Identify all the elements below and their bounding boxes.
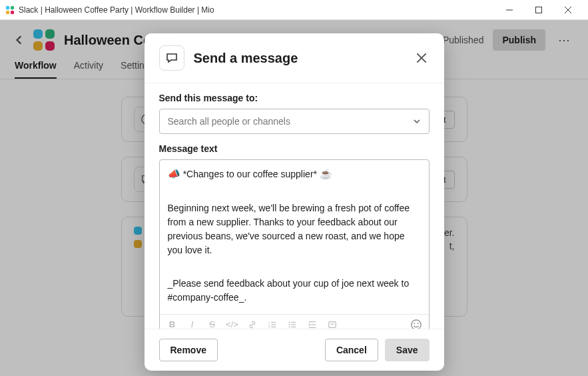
code-button[interactable]: </> [226,319,238,330]
strike-button[interactable]: S [206,319,218,330]
svg-rect-1 [11,5,14,9]
message-icon [159,45,184,71]
link-button[interactable] [246,319,258,330]
modal-body: Send this message to: Search all people … [145,83,444,329]
recipient-placeholder: Search all people or channels [168,116,290,127]
svg-rect-5 [536,7,542,13]
modal-footer: Remove Cancel Save [145,329,444,371]
svg-point-30 [417,323,418,324]
window-minimize-button[interactable] [495,0,524,20]
svg-point-19 [288,326,290,327]
save-button[interactable]: Save [385,339,430,361]
coffee-emoji: ☕ [320,168,332,179]
svg-point-29 [414,323,415,324]
italic-button[interactable]: I [186,319,198,330]
emoji-picker-button[interactable] [410,319,422,330]
window-maximize-button[interactable] [524,0,553,20]
variable-button[interactable] [326,319,338,330]
message-footer-line: _Please send feedback about your cup of … [168,277,421,305]
message-paragraph: Beginning next week, we'll be brewing a … [168,201,421,257]
svg-point-28 [411,319,420,329]
close-icon[interactable] [414,50,430,66]
slack-app-icon [5,5,15,15]
bullet-list-button[interactable] [286,319,298,330]
editor-toolbar: B I S </> 123 [160,314,429,330]
remove-button[interactable]: Remove [159,339,218,361]
bold-button[interactable]: B [166,319,178,330]
svg-text:3: 3 [268,325,270,329]
message-editor: 📣 *Changes to our coffee supplier* ☕ Beg… [159,159,430,329]
modal-title: Send a message [194,51,298,66]
svg-rect-3 [11,10,14,13]
svg-rect-2 [6,10,9,13]
modal-header: Send a message [145,33,444,83]
window-titlebar: Slack | Halloween Coffee Party | Workflo… [0,0,588,20]
recipient-label: Send this message to: [159,93,430,103]
svg-rect-26 [328,321,336,327]
message-textarea[interactable]: 📣 *Changes to our coffee supplier* ☕ Beg… [160,160,429,314]
svg-rect-0 [6,5,9,9]
window-title: Slack | Halloween Coffee Party | Workflo… [19,5,214,15]
send-message-modal: Send a message Send this message to: Sea… [145,33,444,371]
indent-button[interactable] [306,319,318,330]
svg-point-18 [288,323,290,325]
message-headline: *Changes to our coffee supplier* [183,169,320,179]
recipient-select[interactable]: Search all people or channels [159,109,430,134]
window-close-button[interactable] [553,0,583,20]
megaphone-emoji: 📣 [168,168,183,179]
svg-point-17 [288,321,290,323]
ordered-list-button[interactable]: 123 [266,319,278,330]
cancel-button[interactable]: Cancel [325,339,378,361]
message-label: Message text [159,143,430,154]
chevron-down-icon [413,117,421,125]
